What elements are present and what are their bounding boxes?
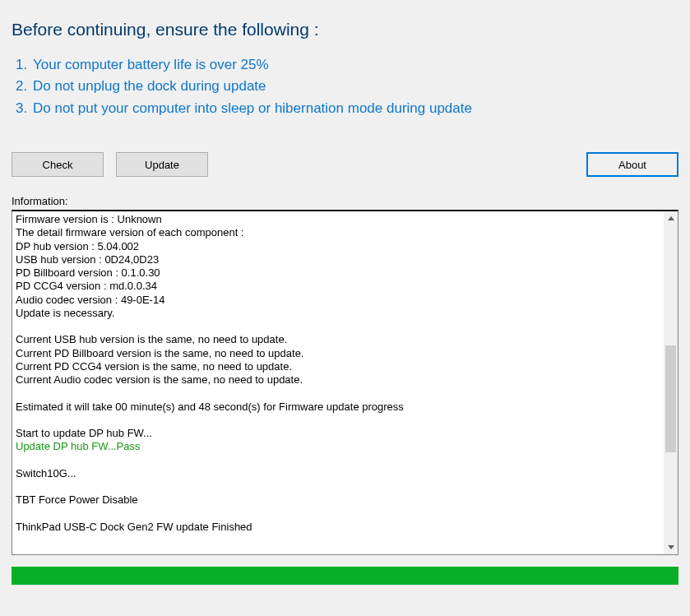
scroll-thumb[interactable] bbox=[665, 345, 676, 452]
log-line: Estimated it will take 00 minute(s) and … bbox=[16, 401, 404, 413]
about-button[interactable]: About bbox=[586, 152, 678, 177]
log-line: Update DP hub FW...Pass bbox=[16, 440, 141, 452]
button-row: Check Update About bbox=[12, 152, 678, 177]
instruction-item: Do not put your computer into sleep or h… bbox=[31, 98, 678, 119]
information-box: Firmware version is : Unknown The detail… bbox=[12, 210, 678, 555]
log-line: Current PD CCG4 version is the same, no … bbox=[16, 360, 292, 373]
log-line: Switch10G... bbox=[16, 467, 76, 479]
log-line: ThinkPad USB-C Dock Gen2 FW update Finis… bbox=[16, 521, 252, 533]
scroll-track[interactable] bbox=[664, 225, 678, 540]
information-label: Information: bbox=[12, 195, 678, 207]
log-line: Current Audio codec version is the same,… bbox=[16, 373, 303, 386]
log-line: The detail firmware version of each comp… bbox=[16, 226, 243, 239]
information-content: Firmware version is : Unknown The detail… bbox=[12, 211, 664, 554]
scrollbar[interactable] bbox=[664, 211, 678, 554]
progress-bar bbox=[12, 567, 678, 585]
check-button[interactable]: Check bbox=[12, 152, 104, 177]
log-line: TBT Force Power Disable bbox=[16, 493, 138, 506]
scroll-down-icon[interactable] bbox=[664, 540, 678, 554]
heading: Before continuing, ensure the following … bbox=[12, 20, 678, 39]
update-button[interactable]: Update bbox=[116, 152, 208, 177]
log-line: USB hub version : 0D24,0D23 bbox=[16, 253, 159, 266]
progress-fill bbox=[12, 567, 678, 585]
scroll-up-icon[interactable] bbox=[664, 211, 678, 225]
log-line: PD CCG4 version : md.0.0.34 bbox=[16, 280, 157, 292]
log-line: Start to update DP hub FW... bbox=[16, 427, 152, 439]
instruction-item: Your computer battery life is over 25% bbox=[31, 54, 678, 76]
log-line: DP hub version : 5.04.002 bbox=[16, 240, 139, 252]
instructions-list: Your computer battery life is over 25% D… bbox=[12, 54, 678, 119]
log-line: Update is necessary. bbox=[16, 307, 114, 319]
log-line: Audio codec version : 49-0E-14 bbox=[16, 294, 164, 306]
instruction-item: Do not unplug the dock during update bbox=[31, 76, 678, 97]
log-line: PD Billboard version : 0.1.0.30 bbox=[16, 266, 160, 279]
log-line: Current PD Billboard version is the same… bbox=[16, 347, 303, 359]
log-line: Firmware version is : Unknown bbox=[16, 213, 162, 225]
log-line: Current USB hub version is the same, no … bbox=[16, 333, 287, 345]
